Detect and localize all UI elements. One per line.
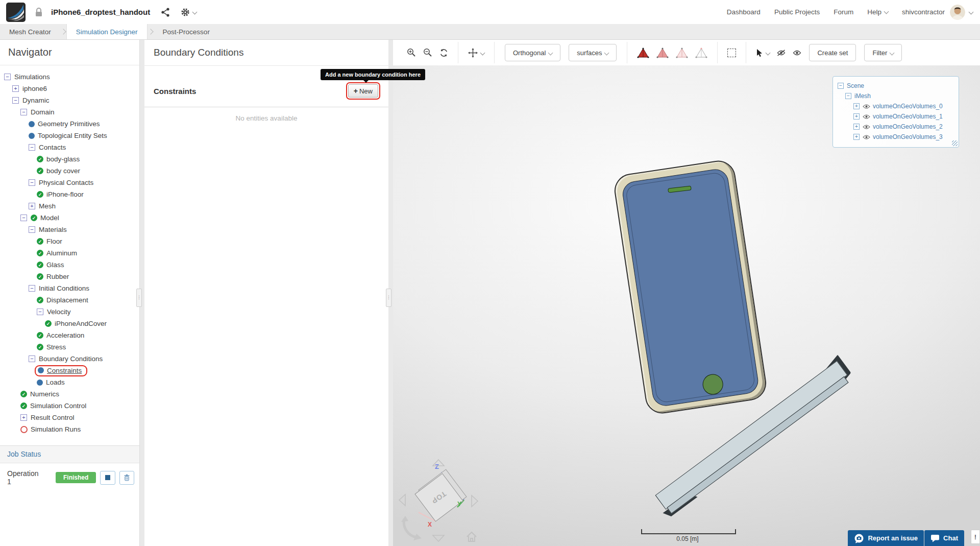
tree-item-stress[interactable]: ✓Stress — [0, 341, 139, 353]
collapse-icon[interactable]: − — [29, 226, 35, 233]
scene-item-volumeongeovolumes-3[interactable]: +volumeOnGeoVolumes_3 — [833, 132, 959, 142]
scene-item-volumeongeovolumes-1[interactable]: +volumeOnGeoVolumes_1 — [833, 111, 959, 122]
tree-item-velocity[interactable]: −Velocity — [0, 306, 139, 318]
collapse-icon[interactable]: − — [29, 285, 35, 292]
navigator-resize-handle[interactable]: ⋮ — [136, 289, 142, 307]
expand-icon[interactable]: + — [29, 203, 35, 209]
header-link-forum[interactable]: Forum — [834, 8, 853, 16]
tree-item-constraints[interactable]: Constraints — [0, 365, 139, 376]
report-issue-button[interactable]: Report an issue — [848, 530, 924, 546]
alert-tab[interactable]: ! — [971, 530, 980, 544]
expand-icon[interactable]: + — [853, 103, 860, 109]
tree-item-body-cover[interactable]: ✓body cover — [0, 165, 139, 177]
tree-item-model[interactable]: −✓Model — [0, 212, 139, 224]
box-select-icon[interactable] — [727, 49, 736, 57]
pan-icon[interactable] — [468, 48, 484, 58]
roll-rotate-icon[interactable] — [399, 515, 424, 543]
rotate-left-arrow[interactable] — [398, 493, 406, 509]
expand-icon[interactable]: + — [853, 134, 860, 140]
scene-item-volumeongeovolumes-0[interactable]: +volumeOnGeoVolumes_0 — [833, 101, 959, 111]
tree-item-iphone-floor[interactable]: ✓iPhone-floor — [0, 188, 139, 200]
tree-item-dynamic[interactable]: −Dynamic — [0, 94, 139, 106]
account-chevron-icon[interactable] — [969, 10, 974, 15]
tree-item-iphoneandcover[interactable]: ✓iPhoneAndCover — [0, 318, 139, 329]
header-link-dashboard[interactable]: Dashboard — [727, 8, 761, 16]
new-boundary-condition-button[interactable]: +New — [348, 84, 378, 98]
tree-item-topological-entity-sets[interactable]: Topological Entity Sets — [0, 130, 139, 141]
collapse-icon[interactable]: − — [37, 308, 43, 315]
show-entities-icon[interactable] — [793, 50, 801, 56]
home-view-icon[interactable] — [465, 531, 478, 544]
projection-dropdown[interactable]: Orthogonal — [505, 44, 560, 61]
resize-handle[interactable] — [952, 140, 958, 146]
collapse-icon[interactable]: − — [4, 74, 11, 80]
iphone-model[interactable] — [612, 158, 768, 416]
hide-entities-icon[interactable] — [777, 50, 786, 56]
mesh-quality-50-icon[interactable] — [676, 48, 688, 58]
tree-item-rubber[interactable]: ✓Rubber — [0, 271, 139, 282]
collapse-icon[interactable]: − — [20, 215, 27, 221]
tree-item-result-control[interactable]: +Result Control — [0, 412, 139, 423]
iphone-screen[interactable] — [621, 168, 760, 408]
avatar[interactable] — [950, 5, 965, 20]
rotate-up-arrow[interactable] — [432, 459, 445, 469]
filter-dropdown[interactable]: Filter — [864, 44, 902, 61]
tree-item-contacts[interactable]: −Contacts — [0, 141, 139, 153]
tree-item-aluminum[interactable]: ✓Aluminum — [0, 247, 139, 259]
tree-item-simulation-control[interactable]: ✓Simulation Control — [0, 400, 139, 412]
tree-item-mesh[interactable]: +Mesh — [0, 200, 139, 212]
scene-mesh-item[interactable]: − iMesh — [833, 91, 959, 101]
visibility-toggle[interactable] — [863, 114, 870, 120]
tab-simulation-designer[interactable]: Simulation Designer — [66, 24, 148, 39]
chat-button[interactable]: Chat — [924, 530, 964, 546]
render-mode-dropdown[interactable]: surfaces — [569, 44, 617, 61]
tree-item-glass[interactable]: ✓Glass — [0, 259, 139, 271]
tree-item-simulation-runs[interactable]: Simulation Runs — [0, 423, 139, 435]
rotate-down-arrow[interactable] — [432, 534, 445, 544]
stop-job-button[interactable] — [100, 471, 115, 485]
tree-item-numerics[interactable]: ✓Numerics — [0, 388, 139, 400]
tree-item-simulations[interactable]: −Simulations — [0, 71, 139, 83]
mesh-quality-75-icon[interactable] — [656, 48, 669, 58]
expand-icon[interactable]: + — [20, 414, 27, 421]
collapse-icon[interactable]: − — [29, 144, 35, 151]
header-link-help[interactable]: Help — [867, 8, 888, 16]
tree-item-initial-conditions[interactable]: −Initial Conditions — [0, 282, 139, 294]
collapse-icon[interactable]: − — [29, 355, 35, 362]
rotate-right-arrow[interactable] — [471, 494, 479, 510]
tree-item-iphone6[interactable]: +iphone6 — [0, 83, 139, 94]
share-icon[interactable] — [161, 8, 169, 17]
create-set-button[interactable]: Create set — [809, 44, 856, 61]
tree-item-floor[interactable]: ✓Floor — [0, 235, 139, 247]
refresh-icon[interactable] — [439, 49, 448, 57]
expand-icon[interactable]: + — [853, 124, 860, 130]
lock-icon[interactable] — [35, 7, 43, 17]
collapse-icon[interactable]: − — [20, 109, 27, 115]
collapse-icon[interactable]: − — [838, 83, 844, 89]
tree-item-physical-contacts[interactable]: −Physical Contacts — [0, 177, 139, 188]
tree-item-displacement[interactable]: ✓Displacement — [0, 294, 139, 306]
header-link-public-projects[interactable]: Public Projects — [774, 8, 820, 16]
collapse-icon[interactable]: − — [12, 97, 19, 104]
zoom-out-icon[interactable] — [423, 48, 432, 57]
tab-mesh-creator[interactable]: Mesh Creator — [0, 24, 60, 39]
delete-job-button[interactable] — [119, 471, 134, 485]
tree-item-boundary-conditions[interactable]: −Boundary Conditions — [0, 353, 139, 365]
simscale-logo-icon[interactable] — [6, 3, 26, 22]
cursor-select-icon[interactable] — [756, 49, 770, 57]
mesh-quality-100-icon[interactable] — [637, 48, 649, 58]
tree-item-body-glass[interactable]: ✓body-glass — [0, 153, 139, 165]
render-area[interactable]: − Scene − iMesh +volumeOnGeoVolumes_0+vo… — [393, 65, 980, 546]
tab-post-processor[interactable]: Post-Processor — [154, 24, 219, 39]
tree-item-materials[interactable]: −Materials — [0, 224, 139, 235]
username[interactable]: shivcontractor — [902, 8, 945, 16]
visibility-toggle[interactable] — [863, 134, 870, 140]
panel-resize-handle[interactable]: ⋮ — [386, 289, 391, 307]
scene-item-volumeongeovolumes-2[interactable]: +volumeOnGeoVolumes_2 — [833, 122, 959, 132]
visibility-toggle[interactable] — [863, 104, 870, 109]
zoom-in-icon[interactable] — [407, 48, 416, 57]
visibility-toggle[interactable] — [863, 124, 870, 130]
expand-icon[interactable]: + — [12, 85, 19, 92]
scene-root-item[interactable]: − Scene — [833, 81, 959, 91]
tree-item-domain[interactable]: −Domain — [0, 106, 139, 118]
